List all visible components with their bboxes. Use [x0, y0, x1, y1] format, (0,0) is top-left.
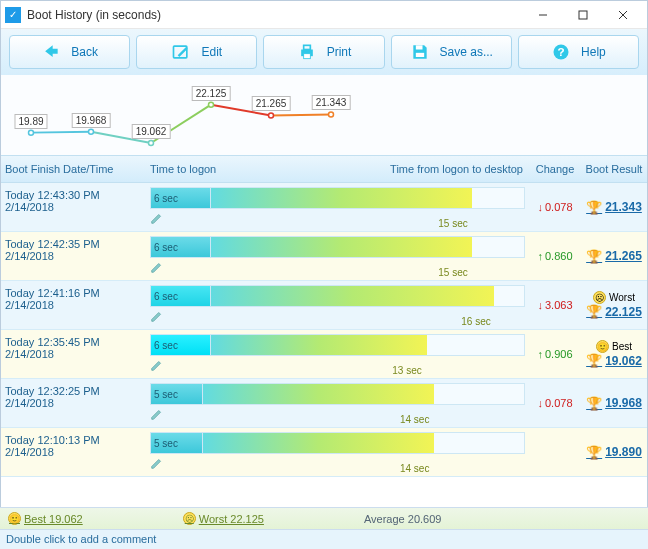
back-button[interactable]: Back	[9, 35, 130, 69]
result-link[interactable]: 🏆21.343	[586, 200, 642, 215]
window-title: Boot History (in seconds)	[27, 8, 523, 22]
change-value: 0.078	[545, 397, 573, 409]
help-button[interactable]: ? Help	[518, 35, 639, 69]
summary-best-link[interactable]: 🙂Best 19.062	[8, 512, 83, 525]
row-date: Today 12:32:25 PM 2/14/2018	[1, 379, 146, 427]
table-row[interactable]: Today 12:42:35 PM 2/14/20186 sec15 sec↑0…	[1, 232, 647, 281]
change-value: 0.078	[545, 201, 573, 213]
boot-time-bar: 6 sec	[150, 334, 525, 356]
table-row[interactable]: Today 12:41:16 PM 2/14/20186 sec16 sec↓3…	[1, 281, 647, 330]
table-row[interactable]: Today 12:32:25 PM 2/14/20185 sec14 sec↓0…	[1, 379, 647, 428]
result-link[interactable]: 🏆19.890	[586, 445, 642, 460]
row-date: Today 12:42:35 PM 2/14/2018	[1, 232, 146, 280]
happy-face-icon: 🙂	[596, 340, 609, 353]
boot-time-bar: 6 sec	[150, 236, 525, 258]
bar-segment-desktop	[211, 286, 494, 306]
badge-text: Best	[612, 341, 632, 352]
row-change: ↑0.906	[529, 330, 581, 378]
result-link[interactable]: 🏆21.265	[586, 249, 642, 264]
result-link[interactable]: 🏆19.062	[586, 353, 642, 368]
bar-segment-desktop	[203, 433, 434, 453]
trophy-icon: 🏆	[586, 249, 602, 264]
result-link[interactable]: 🏆22.125	[586, 304, 642, 319]
comment-edit-icon[interactable]	[150, 211, 164, 225]
bar-segment-logon: 6 sec	[151, 286, 211, 306]
print-button[interactable]: Print	[263, 35, 384, 69]
sad-face-icon: ☹	[593, 291, 606, 304]
desktop-time-label: 14 sec	[400, 463, 429, 474]
result-value: 21.343	[605, 200, 642, 214]
chart-point-label: 19.062	[132, 124, 171, 139]
row-result: 🏆21.265	[581, 232, 647, 280]
row-bar-cell: 6 sec15 sec	[146, 232, 529, 280]
change-value: 0.906	[545, 348, 573, 360]
comment-edit-icon[interactable]	[150, 456, 164, 470]
saveas-button[interactable]: Save as...	[391, 35, 512, 69]
svg-point-21	[269, 113, 274, 118]
change-value: 3.063	[545, 299, 573, 311]
bar-segment-desktop	[211, 237, 472, 257]
svg-point-18	[89, 129, 94, 134]
titlebar: ✓ Boot History (in seconds)	[1, 1, 647, 29]
result-value: 21.265	[605, 249, 642, 263]
back-label: Back	[71, 45, 98, 59]
desktop-time-label: 16 sec	[461, 316, 490, 327]
help-icon: ?	[551, 42, 571, 62]
col-header-result[interactable]: Boot Result	[581, 163, 647, 175]
row-date: Today 12:10:13 PM 2/14/2018	[1, 428, 146, 476]
row-change: ↓3.063	[529, 281, 581, 329]
result-badge: ☹Worst	[593, 291, 635, 304]
row-result: 🏆19.890	[581, 428, 647, 476]
help-label: Help	[581, 45, 606, 59]
bar-segment-desktop	[211, 335, 427, 355]
result-link[interactable]: 🏆19.968	[586, 396, 642, 411]
app-icon: ✓	[5, 7, 21, 23]
arrow-down-icon: ↓	[537, 201, 543, 213]
trophy-icon: 🏆	[586, 200, 602, 215]
svg-point-20	[209, 102, 214, 107]
result-value: 19.968	[605, 396, 642, 410]
comment-edit-icon[interactable]	[150, 309, 164, 323]
boot-time-bar: 5 sec	[150, 432, 525, 454]
row-bar-cell: 5 sec14 sec	[146, 428, 529, 476]
table-row[interactable]: Today 12:35:45 PM 2/14/20186 sec13 sec↑0…	[1, 330, 647, 379]
summary-average: Average 20.609	[364, 513, 441, 525]
edit-label: Edit	[201, 45, 222, 59]
footer: 🙂Best 19.062 ☹Worst 22.125 Average 20.60…	[0, 507, 648, 549]
svg-rect-1	[579, 11, 587, 19]
row-change: ↓0.078	[529, 183, 581, 231]
bar-segment-logon: 5 sec	[151, 384, 203, 404]
pencil-icon	[171, 42, 191, 62]
arrow-down-icon: ↓	[537, 299, 543, 311]
summary-worst-link[interactable]: ☹Worst 22.125	[183, 512, 264, 525]
edit-button[interactable]: Edit	[136, 35, 257, 69]
boot-time-bar: 5 sec	[150, 383, 525, 405]
minimize-button[interactable]	[523, 2, 563, 28]
comment-edit-icon[interactable]	[150, 260, 164, 274]
summary-worst-text: Worst 22.125	[199, 513, 264, 525]
chart-point-label: 21.265	[252, 96, 291, 111]
table-row[interactable]: Today 12:43:30 PM 2/14/20186 sec15 sec↓0…	[1, 183, 647, 232]
col-header-date[interactable]: Boot Finish Date/Time	[1, 163, 146, 175]
row-bar-cell: 6 sec13 sec	[146, 330, 529, 378]
arrow-up-icon: ↑	[537, 250, 543, 262]
comment-edit-icon[interactable]	[150, 358, 164, 372]
col-header-change[interactable]: Change	[529, 163, 581, 175]
chart-point-label: 19.968	[72, 113, 111, 128]
col-header-logon[interactable]: Time to logon	[146, 163, 216, 175]
comment-edit-icon[interactable]	[150, 407, 164, 421]
svg-rect-9	[415, 53, 423, 57]
trophy-icon: 🏆	[586, 353, 602, 368]
svg-rect-7	[303, 54, 310, 59]
col-header-desktop[interactable]: Time from logon to desktop	[216, 163, 529, 175]
bar-segment-logon: 5 sec	[151, 433, 203, 453]
maximize-button[interactable]	[563, 2, 603, 28]
result-value: 22.125	[605, 305, 642, 319]
desktop-time-label: 15 sec	[438, 218, 467, 229]
chart-point-label: 22.125	[192, 86, 231, 101]
svg-rect-6	[303, 45, 310, 49]
boot-time-bar: 6 sec	[150, 187, 525, 209]
close-button[interactable]	[603, 2, 643, 28]
table-row[interactable]: Today 12:10:13 PM 2/14/20185 sec14 sec🏆1…	[1, 428, 647, 477]
table-body: Today 12:43:30 PM 2/14/20186 sec15 sec↓0…	[1, 183, 647, 477]
